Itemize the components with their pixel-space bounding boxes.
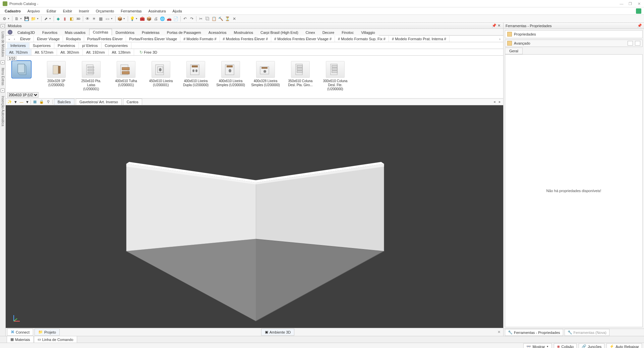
- sub-portas-elever[interactable]: Portas/Frentes Élever: [84, 36, 126, 42]
- grid-view-1[interactable]: [628, 41, 633, 46]
- rail-toggle-1[interactable]: ▪: [1, 24, 5, 28]
- decor-icon[interactable]: ◆: [55, 16, 61, 22]
- gallery-item-select[interactable]: 200x610 1P (U200000): [7, 92, 39, 98]
- rail-toggle-3[interactable]: ▪: [1, 89, 5, 93]
- sb-juncoes[interactable]: 🔗Junções: [579, 343, 604, 348]
- new-icon[interactable]: 🗎: [14, 16, 20, 22]
- lock-icon[interactable]: 🔒: [39, 99, 44, 105]
- lamp-icon[interactable]: 💡: [129, 16, 135, 22]
- gallery-item-9[interactable]: 300x610 ColunaDesl. Fte. (U200000): [321, 61, 350, 91]
- view-close-icon[interactable]: ✕: [496, 330, 502, 334]
- rf-tab-props[interactable]: 🔧Ferramentas - Propriedades: [505, 329, 563, 336]
- sun-icon[interactable]: ☀: [91, 16, 97, 22]
- menu-editar[interactable]: Editar: [43, 8, 60, 14]
- undo-icon[interactable]: ↶: [182, 16, 188, 22]
- pointer-icon[interactable]: ⬈: [43, 16, 49, 22]
- zoom-icon[interactable]: ⚲: [46, 99, 51, 105]
- menu-cadastro[interactable]: Cadastro: [1, 8, 24, 14]
- close-button[interactable]: ✕: [637, 1, 641, 6]
- sub-nav-down[interactable]: ⌄: [6, 37, 12, 41]
- filter-eletros[interactable]: p/ Eletros: [79, 43, 101, 49]
- height-572[interactable]: Alt. 572mm: [32, 49, 57, 55]
- gallery-item-4[interactable]: 450x610 Lixeira(U200001): [147, 61, 175, 87]
- ambiente-tab[interactable]: ▣Ambiente 3D: [261, 329, 295, 336]
- height-192[interactable]: Alt. 192mm: [83, 49, 109, 55]
- cat-decore[interactable]: Decore: [319, 29, 338, 36]
- cat-acessorios[interactable]: Acessórios: [205, 29, 230, 36]
- folder-icon[interactable]: 📁: [31, 16, 37, 22]
- sub-nav-prev[interactable]: ‹: [12, 37, 17, 41]
- gallery-item-6[interactable]: 400x610 LixeiraSimples (U200000): [216, 61, 245, 87]
- page-icon[interactable]: ▭: [105, 16, 111, 22]
- eye-icon[interactable]: 👁: [84, 16, 91, 22]
- sub-prat-interna[interactable]: # Modelo Formato Prat. Interna #: [389, 36, 450, 42]
- cat-dormitorios[interactable]: Dormitórios: [112, 29, 138, 36]
- projeto-tab[interactable]: 📁Projeto: [35, 329, 60, 336]
- wrench-icon[interactable]: 🧰: [139, 16, 145, 22]
- cat-finotoc[interactable]: Finotoc: [338, 29, 357, 36]
- minimize-button[interactable]: —: [619, 1, 624, 6]
- line-icon[interactable]: —: [19, 99, 24, 105]
- decor2-icon[interactable]: ✨: [7, 99, 12, 105]
- cat-mostruarios[interactable]: Mostruários: [230, 29, 257, 36]
- view-tab-balcoes[interactable]: Balcões: [54, 99, 74, 105]
- rail-insercao[interactable]: Inserção Automática: [1, 94, 5, 128]
- cat-carpi[interactable]: Carpi Brasil (High End): [257, 29, 302, 36]
- redo-icon[interactable]: ↷: [189, 16, 195, 22]
- height-128[interactable]: Alt. 128mm: [109, 49, 134, 55]
- right-pin-icon[interactable]: 📌: [637, 23, 642, 28]
- cut-icon[interactable]: ✂: [198, 16, 204, 22]
- paste-icon[interactable]: 📋: [211, 16, 217, 22]
- sub-frentes-elever[interactable]: # Modelos Frentes Élever #: [220, 36, 272, 42]
- gear-icon[interactable]: ⚙: [1, 16, 7, 22]
- cat-mais-usados[interactable]: Mais usados: [61, 29, 89, 36]
- rail-itens-extras[interactable]: Itens Extras: [1, 66, 5, 88]
- view-nav-next[interactable]: ▸: [498, 100, 502, 104]
- sub-modelo-formato[interactable]: # Modelo Formato #: [180, 36, 220, 42]
- sb-colisao[interactable]: ◉Colisão: [554, 343, 577, 348]
- copy-icon[interactable]: ⿻: [204, 16, 211, 22]
- sub-sup-fix[interactable]: # Modelo Formato Sup. Fix #: [335, 36, 389, 42]
- cat-cozinhas[interactable]: Cozinhas: [89, 29, 112, 36]
- cat-cinex[interactable]: Cinex: [302, 29, 319, 36]
- cat-prateleiras[interactable]: Prateleiras: [138, 29, 163, 36]
- menu-ajuda[interactable]: Ajuda: [169, 8, 185, 14]
- free-3d-button[interactable]: ↻ Free 3D: [137, 50, 160, 55]
- geral-label[interactable]: Geral: [505, 48, 523, 54]
- view-nav-prev[interactable]: ◂: [492, 100, 496, 104]
- sub-frentes-visage[interactable]: # Modelos Frentes Élever Visage #: [271, 36, 335, 42]
- gallery-item-3[interactable]: 400x610 Tulha(U200001): [112, 61, 140, 87]
- gallery-item-5[interactable]: 400x610 LixeiraDupla (U200000): [181, 61, 210, 87]
- boxes-icon[interactable]: 📦: [146, 16, 152, 22]
- bt-materiais[interactable]: ▦Materiais: [7, 336, 34, 343]
- gallery-item-1[interactable]: 200x328 1P(U200000): [42, 61, 71, 87]
- cat-villaggio[interactable]: Villaggio: [357, 29, 378, 36]
- photo-icon[interactable]: ▦: [98, 16, 104, 22]
- filter-componentes[interactable]: Componentes: [102, 43, 132, 49]
- rail-toggle-2[interactable]: ▪: [1, 60, 5, 64]
- view-tab-gaveteiros[interactable]: Gaveteiros/ Art. Inverso: [76, 99, 122, 105]
- menu-orcamento[interactable]: Orçamento: [93, 8, 117, 14]
- height-762[interactable]: Alt. 762mm: [6, 49, 32, 55]
- connect-tab[interactable]: ⌘Connect: [7, 329, 33, 336]
- menu-exibir[interactable]: Exibir: [60, 8, 76, 14]
- gallery-item-2[interactable]: 250x610 Pta. Latas(U200001): [77, 61, 106, 91]
- close-panel-icon[interactable]: ✕: [496, 23, 501, 28]
- cat-portas-passagem[interactable]: Portas de Passagem: [163, 29, 205, 36]
- filter-paneleiros[interactable]: Paneleiros: [54, 43, 79, 49]
- sb-mostrar[interactable]: 👓Mostrar▼: [523, 343, 551, 348]
- delete-icon[interactable]: ✕: [231, 16, 237, 22]
- grid-view-2[interactable]: [635, 41, 640, 46]
- sub-rodapes[interactable]: Rodapés: [63, 36, 84, 42]
- maximize-button[interactable]: ❐: [628, 1, 633, 6]
- gallery-item-8[interactable]: 350x610 ColunaDesl. Pta. Giro...: [286, 61, 315, 87]
- cat-catalog[interactable]: Catalog3D: [14, 29, 39, 36]
- viewport-3d[interactable]: [6, 105, 503, 328]
- view-tab-cantos[interactable]: Cantos: [123, 99, 142, 105]
- rail-lista-modulos[interactable]: Lista de Módulos: [1, 30, 5, 59]
- rf-tab-nova[interactable]: 🔧Ferramentas (Nova): [565, 329, 609, 336]
- menu-inserir[interactable]: Inserir: [75, 8, 93, 14]
- bt-linha[interactable]: ▭Linha de Comando: [34, 336, 77, 343]
- pin-icon[interactable]: 📌: [492, 23, 496, 28]
- gallery-item-7[interactable]: 400x328 LixeiraSimples (U200000): [251, 61, 280, 87]
